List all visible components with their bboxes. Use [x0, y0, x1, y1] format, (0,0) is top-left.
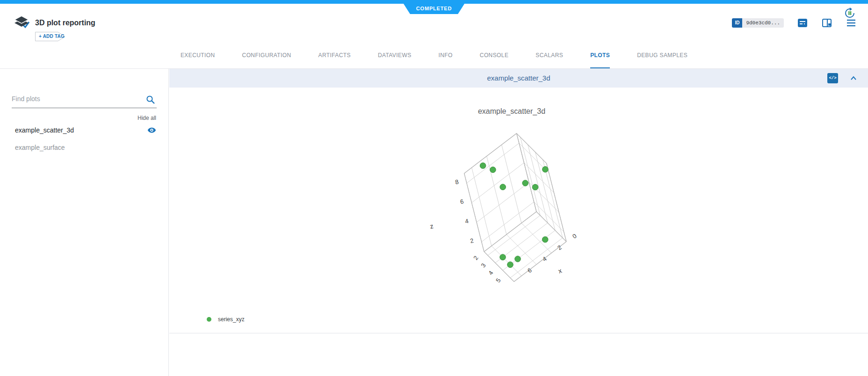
- add-tag-button[interactable]: + ADD TAG: [35, 32, 66, 41]
- grid-line: [528, 145, 548, 223]
- tab-execution[interactable]: EXECUTION: [181, 42, 215, 68]
- grid-line: [467, 143, 519, 183]
- header-actions: ID 9d0e3cd0...: [732, 18, 857, 28]
- tab-console[interactable]: CONSOLE: [480, 42, 508, 68]
- tab-configuration[interactable]: CONFIGURATION: [242, 42, 291, 68]
- grid-line: [517, 133, 536, 212]
- grid-line: [464, 173, 484, 251]
- plots-content: example_scatter_3d </> example_scatter_3…: [169, 69, 868, 376]
- status-bar: [0, 0, 868, 4]
- plot-item-label: example_surface: [15, 144, 65, 151]
- axis-tick-label: 2: [472, 255, 479, 262]
- tab-plots[interactable]: PLOTS: [590, 42, 610, 68]
- id-value: 9d0e3cd0...: [742, 18, 784, 28]
- scatter-point[interactable]: [515, 256, 521, 262]
- axis-tick-label: 2: [470, 237, 474, 244]
- axis-tick-label: 0: [571, 232, 578, 240]
- scatter3d-plot[interactable]: 024623452468xz: [169, 88, 868, 333]
- scatter-point[interactable]: [522, 180, 528, 186]
- tab-scalars[interactable]: SCALARS: [535, 42, 563, 68]
- experiment-icon: [13, 15, 30, 31]
- status-badge: COMPLETED: [404, 4, 464, 14]
- id-badge: ID: [732, 18, 742, 28]
- experiment-id-chip[interactable]: ID 9d0e3cd0...: [732, 18, 784, 28]
- axis-tick-label: 8: [455, 178, 459, 186]
- scatter-point[interactable]: [480, 163, 486, 169]
- main-area: Hide all example_scatter_3d example_surf…: [0, 69, 868, 376]
- legend-marker: [207, 317, 211, 322]
- auto-refresh-icon[interactable]: [844, 7, 856, 19]
- scatter-point[interactable]: [490, 167, 496, 173]
- scatter-point[interactable]: [500, 184, 506, 190]
- tab-dataviews[interactable]: DATAVIEWS: [378, 42, 412, 68]
- grid-line: [472, 168, 492, 246]
- search-icon[interactable]: [145, 95, 156, 105]
- hide-all-button[interactable]: Hide all: [137, 115, 156, 121]
- scatter-point[interactable]: [542, 236, 548, 243]
- info-panel-icon[interactable]: [821, 17, 832, 29]
- axis-tick-label: 3: [479, 262, 487, 269]
- grid-line: [502, 145, 521, 223]
- scatter-point[interactable]: [532, 184, 538, 190]
- tab-artifacts[interactable]: ARTIFACTS: [318, 42, 351, 68]
- find-plots-search: [12, 95, 157, 108]
- plots-sidebar: Hide all example_scatter_3d example_surf…: [0, 69, 169, 376]
- scatter-point[interactable]: [542, 166, 549, 172]
- plot-group-title: example_scatter_3d: [169, 74, 868, 82]
- grid-line: [487, 156, 506, 235]
- collapse-chevron-icon[interactable]: [848, 74, 859, 83]
- grid-line: [488, 215, 540, 255]
- scatter-point[interactable]: [507, 262, 514, 268]
- view-code-icon[interactable]: </>: [827, 73, 838, 83]
- tab-debug-samples[interactable]: DEBUG SAMPLES: [637, 42, 687, 68]
- description-icon[interactable]: [797, 17, 808, 29]
- grid-line: [535, 152, 555, 230]
- add-tag-label: + ADD TAG: [39, 34, 65, 39]
- plot-item-label: example_scatter_3d: [15, 126, 74, 134]
- plot-group-header: example_scatter_3d </>: [169, 69, 868, 88]
- x-axis-title: x: [557, 266, 563, 274]
- grid-line: [521, 137, 540, 215]
- scatter-point[interactable]: [500, 254, 506, 260]
- visibility-eye-icon[interactable]: [147, 126, 156, 134]
- plot-card: example_scatter_3d 024623452468xz series…: [169, 88, 868, 333]
- chart-legend[interactable]: series_xyz: [207, 316, 245, 323]
- axis-tick-label: 4: [464, 217, 469, 225]
- grid-line: [484, 212, 536, 251]
- grid-line: [547, 163, 566, 242]
- tab-info[interactable]: INFO: [439, 42, 453, 68]
- z-axis-title: z: [429, 222, 434, 230]
- app-window: COMPLETED 3D plot reporting + ADD TAG ID…: [0, 0, 868, 376]
- page-title: 3D plot reporting: [35, 19, 95, 27]
- sidebar-item-example-scatter-3d[interactable]: example_scatter_3d: [15, 125, 156, 135]
- axis-tick-label: 4: [487, 270, 494, 277]
- axis-tick-label: 6: [459, 198, 464, 205]
- legend-series-label: series_xyz: [218, 316, 245, 323]
- grid-line: [464, 133, 517, 173]
- search-input[interactable]: [12, 95, 138, 103]
- axis-tick-label: 5: [494, 277, 502, 284]
- tab-bar: EXECUTION CONFIGURATION ARTIFACTS DATAVI…: [0, 42, 868, 69]
- grid-line: [506, 235, 536, 265]
- grid-line: [472, 163, 524, 203]
- sidebar-item-example-surface[interactable]: example_surface: [15, 143, 156, 152]
